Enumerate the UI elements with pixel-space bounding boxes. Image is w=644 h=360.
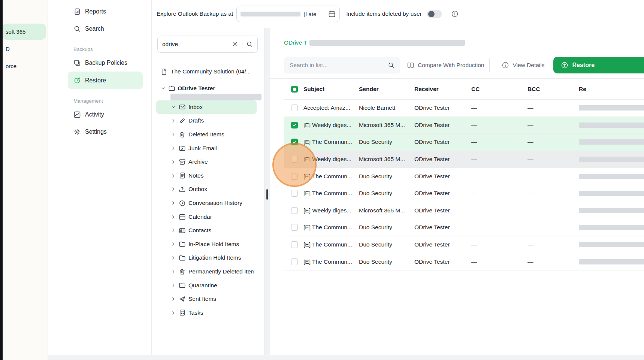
tree-item-calendar[interactable]: Calendar — [152, 210, 254, 224]
list-search-input[interactable] — [290, 62, 388, 69]
select-all-checkbox[interactable] — [291, 86, 298, 93]
restore-button[interactable]: Restore — [553, 57, 644, 73]
tree-item-sent-items[interactable]: Sent Items — [152, 292, 254, 306]
column-header-subject[interactable]: Subject — [303, 86, 359, 93]
nav-item-search[interactable]: Search — [48, 20, 151, 37]
table-row[interactable]: Accepted: Amaz...Nicole BarnettODrive Te… — [284, 100, 644, 117]
tree-search-input[interactable] — [162, 41, 232, 48]
tree-item-deleted-items[interactable]: Deleted Items — [152, 128, 254, 142]
row-checkbox[interactable] — [291, 207, 298, 214]
toggle-knob — [428, 11, 435, 17]
table-row[interactable]: [E] The Commun...Duo SecurityODrive Test… — [284, 168, 644, 185]
rail-item-salesforce[interactable]: orce — [3, 58, 48, 74]
backup-date-picker[interactable]: (Late — [236, 6, 340, 22]
row-checkbox[interactable] — [291, 156, 298, 163]
chevron-right-icon[interactable] — [171, 269, 176, 274]
breadcrumb-item[interactable]: ODrive T — [284, 39, 307, 46]
chevron-right-icon[interactable] — [171, 146, 176, 151]
clear-search-icon[interactable] — [232, 41, 238, 48]
nav-section-backups: Backups — [48, 46, 151, 52]
chevron-right-icon[interactable] — [171, 283, 176, 288]
tree-item-community-solution[interactable]: The Community Solution (04/... — [152, 65, 254, 79]
tree-item-inbox[interactable]: Inbox — [156, 100, 257, 114]
row-checkbox[interactable] — [291, 190, 298, 197]
chevron-right-icon[interactable] — [171, 296, 176, 302]
row-checkbox[interactable] — [291, 122, 298, 128]
rail-item-d[interactable]: D — [3, 41, 48, 57]
nav-item-label: Backup Policies — [85, 60, 127, 66]
chevron-right-icon[interactable] — [171, 173, 176, 178]
tree-item-archive[interactable]: Archive — [152, 155, 254, 169]
row-checkbox[interactable] — [291, 258, 298, 265]
column-header-sender[interactable]: Sender — [359, 86, 414, 93]
tree-item-permanently-deleted-items[interactable]: Permanently Deleted Items — [152, 265, 254, 279]
tree-item-outbox[interactable]: Outbox — [152, 182, 254, 196]
chevron-right-icon[interactable] — [171, 310, 176, 315]
nav-item-restore[interactable]: Restore — [68, 72, 143, 89]
divider-handle[interactable] — [266, 189, 268, 200]
nav-item-backup-policies[interactable]: Backup Policies — [48, 54, 151, 72]
calendar-icon[interactable] — [328, 10, 336, 18]
column-header-received[interactable]: Re — [579, 86, 644, 93]
view-details-button[interactable]: View Details — [502, 61, 544, 69]
tree-item-drafts[interactable]: Drafts — [152, 114, 254, 128]
row-checkbox[interactable] — [291, 241, 298, 248]
table-row[interactable]: [E] The Commun...Duo SecurityODrive Test… — [284, 253, 644, 270]
search-icon[interactable] — [246, 41, 253, 48]
content-panel: ODrive T Compare With Production — [270, 28, 644, 360]
cell-cc: — — [471, 173, 527, 180]
tree-item-quarantine[interactable]: Quarantine — [152, 278, 254, 292]
redacted-value — [579, 208, 644, 213]
chevron-right-icon[interactable] — [171, 255, 176, 260]
column-header-receiver[interactable]: Receiver — [414, 86, 471, 93]
column-header-cc[interactable]: CC — [471, 86, 527, 93]
chevron-right-icon[interactable] — [171, 159, 176, 164]
row-checkbox[interactable] — [291, 224, 298, 231]
chevron-right-icon[interactable] — [171, 214, 176, 220]
redacted-value — [579, 191, 644, 196]
tree-item-notes[interactable]: Notes — [152, 169, 254, 183]
table-row[interactable]: [E] Weekly diges...Microsoft 365 M...ODr… — [284, 117, 644, 134]
tree-item-label: ODrive Tester — [178, 85, 254, 92]
info-icon[interactable] — [451, 10, 459, 18]
tree-item-contacts[interactable]: Contacts — [152, 224, 254, 238]
chevron-right-icon[interactable] — [171, 242, 176, 247]
row-checkbox[interactable] — [291, 105, 298, 111]
table-row[interactable]: [E] The Commun...Duo SecurityODrive Test… — [284, 219, 644, 236]
nav-item-settings[interactable]: Settings — [48, 123, 151, 140]
cell-cc: — — [471, 139, 527, 145]
row-checkbox[interactable] — [291, 173, 298, 180]
panel-resize-divider[interactable] — [264, 28, 270, 360]
tree-search-box[interactable] — [157, 36, 258, 53]
table-row[interactable]: [E] The Commun...Duo SecurityODrive Test… — [284, 134, 644, 151]
tree-item-in-place-hold-items[interactable]: In-Place Hold Items — [152, 238, 254, 251]
tree-item-conversation-history[interactable]: Conversation History — [152, 196, 254, 210]
table-row[interactable]: [E] The Commun...Duo SecurityODrive Test… — [284, 236, 644, 254]
cell-receiver: ODrive Tester — [414, 241, 471, 248]
chevron-right-icon[interactable] — [171, 200, 176, 206]
nav-item-activity[interactable]: Activity — [48, 106, 151, 123]
chevron-down-icon[interactable] — [171, 105, 176, 110]
chevron-right-icon[interactable] — [171, 228, 176, 233]
tree-item-litigation-hold-items[interactable]: Litigation Hold Items — [152, 251, 254, 265]
tree-item-odrive-tester[interactable]: ODrive Tester — [152, 83, 254, 94]
table-row[interactable]: [E] Weekly diges...Microsoft 365 M...ODr… — [284, 151, 644, 168]
chevron-down-icon[interactable] — [161, 86, 166, 91]
include-deleted-toggle[interactable] — [427, 10, 442, 18]
list-search-box[interactable] — [284, 57, 400, 73]
chevron-right-icon[interactable] — [171, 187, 176, 192]
tree-item-junk-email[interactable]: Junk Email — [152, 141, 254, 155]
column-header-bcc[interactable]: BCC — [527, 86, 579, 93]
chevron-right-icon[interactable] — [171, 132, 176, 137]
breadcrumb: ODrive T — [284, 39, 644, 46]
chevron-right-icon[interactable] — [171, 118, 176, 123]
row-checkbox[interactable] — [291, 139, 298, 145]
search-icon[interactable] — [388, 62, 394, 69]
nav-item-reports[interactable]: Reports — [48, 3, 151, 20]
cell-subject: [E] The Commun... — [303, 224, 359, 231]
table-row[interactable]: [E] Weekly diges...Microsoft 365 M...ODr… — [284, 202, 644, 220]
table-row[interactable]: [E] The Commun...Duo SecurityODrive Test… — [284, 185, 644, 202]
tree-item-tasks[interactable]: Tasks — [152, 306, 254, 320]
rail-item-microsoft-365[interactable]: soft 365 — [3, 24, 46, 40]
compare-with-production-button[interactable]: Compare With Production — [407, 61, 484, 69]
